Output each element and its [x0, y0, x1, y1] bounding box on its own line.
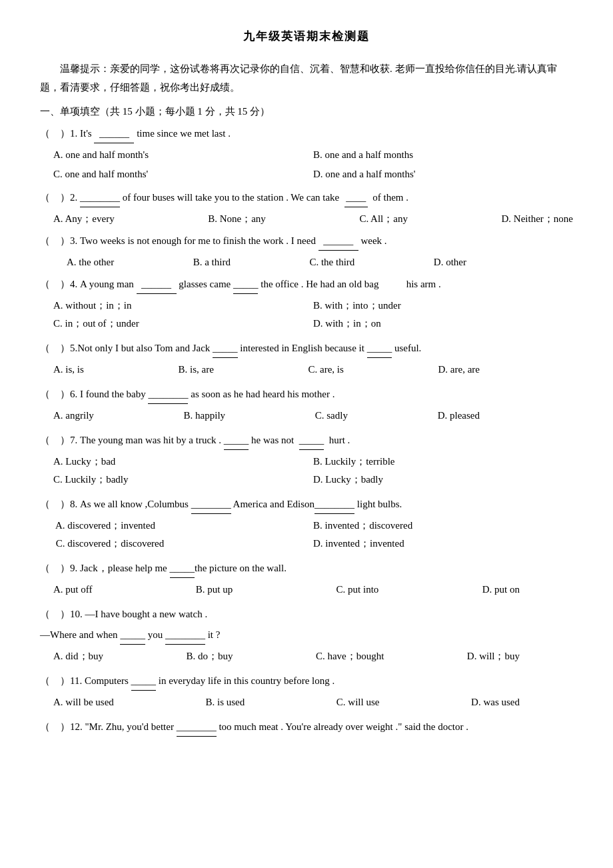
q10-optD: D. will；buy — [467, 647, 520, 665]
q3-optC: C. the third — [309, 253, 354, 271]
page-title: 九年级英语期末检测题 — [40, 27, 573, 47]
q1-optB: B. one and a half months — [313, 146, 573, 164]
q11-optB: B. is used — [205, 693, 245, 711]
q4-optC: C. in；out of；under — [53, 315, 313, 333]
intro-text: 温馨提示：亲爱的同学，这份试卷将再次记录你的自信、沉着、智慧和收获. 老师一直投… — [40, 59, 573, 97]
q12-text: （ ）12. "Mr. Zhu, you'd better ________ t… — [40, 718, 573, 737]
q8-optD: D. invented；invented — [313, 535, 573, 553]
q10-text1: （ ）10. —I have bought a new watch . — [40, 605, 573, 623]
q2-optA: A. Any；every — [53, 210, 115, 228]
q8-optA: A. discovered；invented — [53, 517, 313, 535]
q10-optC: C. have；bought — [316, 647, 384, 665]
q2-optB: B. None；any — [208, 210, 266, 228]
q5-options: A. is, is B. is, are C. are, is D. are, … — [53, 361, 480, 379]
q11-optD: D. was used — [471, 693, 520, 711]
q5-optB: B. is, are — [179, 361, 214, 379]
q1-optD: D. one and a half months' — [313, 165, 573, 183]
q3-text: （ ）3. Two weeks is not enough for me to … — [40, 232, 573, 251]
q4-optD: D. with；in；on — [313, 315, 573, 333]
q9-optD: D. put on — [482, 581, 520, 599]
q8-optC: C. discovered；discovered — [53, 535, 313, 553]
q11-text: （ ）11. Computers _____ in everyday life … — [40, 672, 573, 691]
q6-optD: D. pleased — [438, 407, 480, 425]
q2-optD: D. Neither；none — [502, 210, 573, 228]
q8-options: A. discovered；invented B. invented；disco… — [53, 517, 573, 553]
q7-text: （ ）7. The young man was hit by a truck .… — [40, 431, 573, 450]
q11-optA: A. will be used — [53, 693, 114, 711]
q10-optB: B. do；buy — [186, 647, 233, 665]
q7-options: A. Lucky；bad B. Luckily；terrible C. Luck… — [53, 453, 573, 489]
q6-text: （ ）6. I found the baby ________ as soon … — [40, 385, 573, 404]
q10-optA: A. did；buy — [53, 647, 103, 665]
q3-optB: B. a third — [193, 253, 231, 271]
q9-optC: C. put into — [336, 581, 379, 599]
q9-optB: B. put up — [196, 581, 233, 599]
q3-optA: A. the other — [67, 253, 114, 271]
q6-optA: A. angrily — [53, 407, 94, 425]
q7-optD: D. Lucky；badly — [313, 471, 573, 489]
question-1: （ ）1. It's ______ time since we met last… — [40, 125, 573, 185]
q7-optC: C. Luckily；badly — [53, 471, 313, 489]
q9-text: （ ）9. Jack，please help me _____the pictu… — [40, 559, 573, 578]
q6-optC: C. sadly — [315, 407, 348, 425]
question-7: （ ）7. The young man was hit by a truck .… — [40, 431, 573, 489]
q5-optA: A. is, is — [53, 361, 84, 379]
q7-optA: A. Lucky；bad — [53, 453, 313, 471]
q6-optB: B. happily — [184, 407, 226, 425]
question-8: （ ）8. As we all know ,Columbus ________ … — [40, 495, 573, 553]
q1-options: A. one and half month's B. one and a hal… — [53, 146, 573, 185]
q4-optA: A. without；in；in — [53, 297, 313, 315]
q4-options: A. without；in；in B. with；into；under C. i… — [53, 297, 573, 333]
q8-text: （ ）8. As we all know ,Columbus ________ … — [40, 495, 573, 514]
q10-options: A. did；buy B. do；buy C. have；bought D. w… — [53, 647, 520, 665]
q4-optB: B. with；into；under — [313, 297, 573, 315]
q10-text2: —Where and when _____ you ________ it ? — [40, 626, 573, 645]
q6-options: A. angrily B. happily C. sadly D. please… — [53, 407, 480, 425]
q2-optC: C. All；any — [359, 210, 408, 228]
section1-title: 一、单项填空（共 15 小题；每小题 1 分，共 15 分） — [40, 103, 573, 121]
q3-options: A. the other B. a third C. the third D. … — [67, 253, 466, 271]
question-9: （ ）9. Jack，please help me _____the pictu… — [40, 559, 573, 599]
question-3: （ ）3. Two weeks is not enough for me to … — [40, 232, 573, 271]
q11-optC: C. will use — [336, 693, 380, 711]
question-12: （ ）12. "Mr. Zhu, you'd better ________ t… — [40, 718, 573, 737]
q1-text: （ ）1. It's ______ time since we met last… — [40, 125, 573, 143]
q9-options: A. put off B. put up C. put into D. put … — [53, 581, 520, 599]
q11-options: A. will be used B. is used C. will use D… — [53, 693, 520, 711]
q5-optC: C. are, is — [308, 361, 344, 379]
question-11: （ ）11. Computers _____ in everyday life … — [40, 672, 573, 711]
question-10: （ ）10. —I have bought a new watch . —Whe… — [40, 605, 573, 665]
q1-optA: A. one and half month's — [53, 146, 313, 164]
q3-optD: D. other — [434, 253, 466, 271]
q7-optB: B. Luckily；terrible — [313, 453, 573, 471]
question-2: （ ）2. ________ of four buses will take y… — [40, 189, 573, 228]
q1-optC: C. one and half months' — [53, 165, 313, 183]
q8-optB: B. invented；discovered — [313, 517, 573, 535]
question-4: （ ）4. A young man ______ glasses came __… — [40, 275, 573, 333]
q9-optA: A. put off — [53, 581, 92, 599]
question-6: （ ）6. I found the baby ________ as soon … — [40, 385, 573, 425]
page-container: 九年级英语期末检测题 温馨提示：亲爱的同学，这份试卷将再次记录你的自信、沉着、智… — [40, 27, 573, 737]
q2-text: （ ）2. ________ of four buses will take y… — [40, 189, 573, 207]
q4-text: （ ）4. A young man ______ glasses came __… — [40, 275, 573, 294]
question-5: （ ）5.Not only I but also Tom and Jack __… — [40, 339, 573, 379]
q2-options: A. Any；every B. None；any C. All；any D. N… — [53, 210, 573, 228]
q5-optD: D. are, are — [438, 361, 480, 379]
q5-text: （ ）5.Not only I but also Tom and Jack __… — [40, 339, 573, 358]
